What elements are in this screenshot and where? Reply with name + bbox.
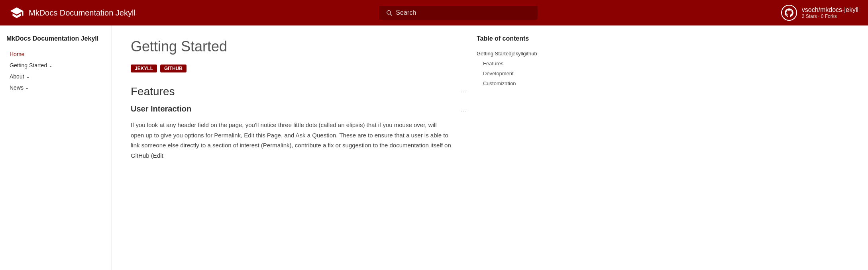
search-box[interactable]: [379, 5, 538, 20]
user-interaction-section: User Interaction …: [131, 104, 451, 113]
chevron-down-icon: ⌄: [25, 85, 29, 90]
sidebar-item-about[interactable]: About ⌄: [6, 71, 105, 82]
sidebar: MkDocs Documentation Jekyll Home Getting…: [0, 25, 112, 270]
main-content: Getting Started JEKYLL GITHUB Features ……: [112, 25, 470, 270]
sidebar-item-home[interactable]: Home: [6, 49, 105, 60]
github-repo-name: vsoch/mkdocs-jekyll: [802, 6, 858, 14]
toc-item-features[interactable]: Features: [477, 59, 552, 68]
toc-item-getting-started[interactable]: Getting Startedjekyllgithub: [477, 49, 552, 59]
chevron-down-icon: ⌄: [49, 63, 53, 68]
page-title: Getting Started: [131, 38, 451, 55]
features-ellipsis-button[interactable]: …: [461, 87, 467, 94]
sidebar-title: MkDocs Documentation Jekyll: [6, 35, 105, 42]
sidebar-nav: Home Getting Started ⌄ About ⌄ News ⌄: [6, 49, 105, 93]
tag-jekyll: JEKYLL: [131, 65, 157, 72]
github-section[interactable]: vsoch/mkdocs-jekyll 2 Stars · 0 Forks: [781, 5, 858, 21]
user-interaction-heading: User Interaction: [131, 104, 451, 113]
tag-github: GITHUB: [160, 65, 187, 72]
github-icon: [781, 5, 797, 21]
search-container: [142, 5, 775, 20]
body-text: If you look at any header field on the p…: [131, 120, 451, 160]
toc-item-development[interactable]: Development: [477, 68, 552, 78]
github-stats: 2 Stars · 0 Forks: [802, 14, 858, 19]
sidebar-item-news-label: News: [10, 84, 24, 91]
tags-container: JEKYLL GITHUB: [131, 65, 451, 72]
user-interaction-ellipsis-button[interactable]: …: [461, 106, 467, 113]
header: MkDocs Documentation Jekyll vsoch/mkdocs…: [0, 0, 868, 25]
table-of-contents: Table of contents Getting Startedjekyllg…: [470, 25, 558, 270]
header-title: MkDocs Documentation Jekyll: [29, 8, 136, 18]
search-input[interactable]: [396, 9, 531, 16]
sidebar-item-about-label: About: [10, 73, 24, 80]
graduation-cap-icon: [10, 6, 24, 20]
search-icon: [385, 9, 393, 17]
sidebar-item-home-label: Home: [10, 51, 24, 57]
toc-item-customization[interactable]: Customization: [477, 78, 552, 88]
sidebar-item-getting-started-label: Getting Started: [10, 62, 47, 68]
github-info: vsoch/mkdocs-jekyll 2 Stars · 0 Forks: [802, 6, 858, 19]
toc-title: Table of contents: [477, 35, 552, 42]
header-logo[interactable]: MkDocs Documentation Jekyll: [10, 6, 136, 20]
chevron-down-icon: ⌄: [26, 74, 30, 79]
features-heading: Features: [131, 85, 451, 98]
sidebar-item-news[interactable]: News ⌄: [6, 82, 105, 93]
features-section: Features …: [131, 85, 451, 98]
page-layout: MkDocs Documentation Jekyll Home Getting…: [0, 25, 868, 270]
github-logo-icon: [784, 8, 794, 18]
sidebar-item-getting-started[interactable]: Getting Started ⌄: [6, 60, 105, 71]
